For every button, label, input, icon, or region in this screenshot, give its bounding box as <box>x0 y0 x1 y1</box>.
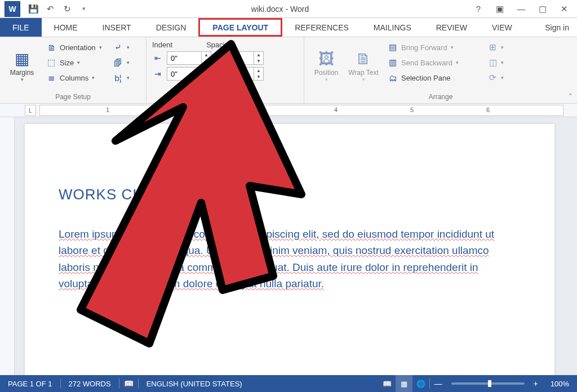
maximize-button[interactable]: ▢ <box>534 3 551 15</box>
status-language[interactable]: ENGLISH (UNITED STATES) <box>139 380 250 388</box>
ruler-mark: 3 <box>258 106 261 113</box>
chevron-down-icon: ▾ <box>501 44 504 50</box>
rotate-button[interactable]: ⟳▾ <box>485 71 507 84</box>
proofing-icon[interactable]: 📖 <box>119 379 138 388</box>
spin-up-icon[interactable]: ▲ <box>202 68 211 74</box>
chevron-down-icon: ▾ <box>127 60 130 65</box>
line-numbers-button[interactable]: 🗐▾ <box>110 56 133 69</box>
bring-forward-label: Bring Forward <box>401 43 447 52</box>
size-button[interactable]: ⬚ Size ▾ <box>43 56 105 69</box>
chevron-down-icon: ▾ <box>362 77 365 82</box>
status-page[interactable]: PAGE 1 OF 1 <box>0 380 60 388</box>
indent-left-input[interactable]: ▲▼ <box>167 51 211 65</box>
send-backward-icon: ▥ <box>388 57 398 68</box>
tab-insert[interactable]: INSERT <box>90 18 144 37</box>
spacing-after-field[interactable] <box>220 68 254 80</box>
zoom-level[interactable]: 100% <box>543 380 577 388</box>
spin-up-icon[interactable]: ▲ <box>202 52 211 58</box>
heading-works-cited[interactable]: WORKS CITED <box>59 186 509 203</box>
tab-home[interactable]: HOME <box>42 18 90 37</box>
tab-selector-icon[interactable]: L <box>25 105 36 116</box>
zoom-slider-thumb[interactable] <box>488 380 491 387</box>
indent-right-field[interactable] <box>167 68 201 80</box>
tab-design[interactable]: DESIGN <box>144 18 199 37</box>
spin-down-icon[interactable]: ▼ <box>254 74 263 80</box>
selection-pane-label: Selection Pane <box>401 74 450 82</box>
tab-page-layout[interactable]: PAGE LAYOUT <box>198 18 282 37</box>
ribbon: ▦ Margins ▾ 🗎 Orientation ▾ ⬚ Size ▾ ≣ C… <box>0 37 577 104</box>
indent-left-field[interactable] <box>167 52 201 64</box>
body-paragraph[interactable]: Lorem ipsum dolor sit amet, consectetur … <box>59 226 509 292</box>
group-label-arrange: Arrange <box>310 91 571 101</box>
position-button[interactable]: 🖼 Position ▾ <box>310 41 343 91</box>
chevron-down-icon: ▾ <box>456 60 459 65</box>
view-read-mode-icon[interactable]: 📖 <box>379 375 396 392</box>
spin-down-icon[interactable]: ▼ <box>202 58 211 64</box>
ribbon-tabs: FILE HOME INSERT DESIGN PAGE LAYOUT REFE… <box>0 18 577 37</box>
save-icon[interactable]: 💾 <box>27 3 39 15</box>
quick-access-toolbar: 💾 ↶ ↻ ▾ <box>27 3 90 15</box>
bring-forward-button[interactable]: ▤ Bring Forward ▾ <box>384 41 480 54</box>
breaks-icon: ⤶ <box>113 42 123 52</box>
wrap-text-button[interactable]: 🗎 Wrap Text ▾ <box>347 41 380 91</box>
group-icon: ◫ <box>488 57 498 68</box>
status-bar: PAGE 1 OF 1 272 WORDS 📖 ENGLISH (UNITED … <box>0 375 577 392</box>
collapse-ribbon-icon[interactable]: ˄ <box>569 92 572 101</box>
chevron-down-icon: ▾ <box>92 75 95 81</box>
ruler-mark: 2 <box>182 106 185 113</box>
ribbon-display-options-icon[interactable]: ▣ <box>491 3 508 15</box>
columns-button[interactable]: ≣ Columns ▾ <box>43 71 105 84</box>
view-print-layout-icon[interactable]: ▦ <box>396 375 412 392</box>
tab-file[interactable]: FILE <box>0 18 42 37</box>
redo-icon[interactable]: ↻ <box>61 3 73 15</box>
margins-button[interactable]: ▦ Margins ▾ <box>6 41 38 91</box>
bring-forward-icon: ▤ <box>388 42 398 52</box>
chevron-down-icon: ▾ <box>127 44 130 50</box>
orientation-button[interactable]: 🗎 Orientation ▾ <box>43 41 105 54</box>
selection-pane-button[interactable]: 🗂 Selection Pane <box>384 71 480 84</box>
spin-down-icon[interactable]: ▼ <box>254 58 263 64</box>
tab-references[interactable]: REFERENCES <box>282 18 361 37</box>
tab-mailings[interactable]: MAILINGS <box>361 18 424 37</box>
ruler-mark: 4 <box>334 106 338 113</box>
ruler-horizontal[interactable]: L 1 2 3 4 5 6 <box>0 104 577 117</box>
spacing-before-input[interactable]: ▲▼ <box>219 51 264 65</box>
word-app-icon: W <box>5 1 20 17</box>
align-button[interactable]: ⊞▾ <box>485 41 507 54</box>
breaks-button[interactable]: ⤶▾ <box>110 41 133 54</box>
send-backward-label: Send Backward <box>401 59 452 67</box>
close-button[interactable]: ✕ <box>556 3 572 15</box>
zoom-in-button[interactable]: + <box>529 379 543 388</box>
hyphenation-button[interactable]: b¦▾ <box>110 71 133 84</box>
tab-review[interactable]: REVIEW <box>424 18 480 37</box>
ruler-mark: 5 <box>410 106 414 113</box>
zoom-out-button[interactable]: — <box>430 379 447 388</box>
columns-icon: ≣ <box>46 73 56 83</box>
orientation-label: Orientation <box>60 43 96 52</box>
undo-icon[interactable]: ↶ <box>44 3 56 15</box>
window-controls: ? ▣ — ▢ ✕ <box>470 3 572 15</box>
position-label: Position <box>314 69 339 77</box>
spacing-before-field[interactable] <box>220 52 254 64</box>
send-backward-button[interactable]: ▥ Send Backward ▾ <box>384 56 480 69</box>
spin-up-icon[interactable]: ▲ <box>254 52 263 58</box>
status-word-count[interactable]: 272 WORDS <box>61 380 119 388</box>
spin-down-icon[interactable]: ▼ <box>202 74 211 80</box>
ruler-scale[interactable]: 1 2 3 4 5 6 <box>39 105 563 116</box>
view-web-layout-icon[interactable]: 🌐 <box>412 375 429 392</box>
sign-in-link[interactable]: Sign in <box>537 18 577 37</box>
minimize-button[interactable]: — <box>513 3 530 15</box>
wrap-text-icon: 🗎 <box>353 49 374 69</box>
indent-right-input[interactable]: ▲▼ <box>167 67 211 81</box>
group-button[interactable]: ◫▾ <box>485 56 507 69</box>
ruler-mark: 6 <box>486 106 490 113</box>
spacing-after-input[interactable]: ▲▼ <box>219 67 264 81</box>
zoom-slider[interactable] <box>451 382 525 385</box>
document-page[interactable]: WORKS CITED Lorem ipsum dolor sit amet, … <box>25 124 554 375</box>
qat-customize-icon[interactable]: ▾ <box>78 3 90 15</box>
chevron-down-icon: ▾ <box>451 44 454 50</box>
spin-up-icon[interactable]: ▲ <box>254 68 263 74</box>
help-button[interactable]: ? <box>470 3 487 15</box>
ruler-vertical[interactable] <box>0 117 15 375</box>
tab-view[interactable]: VIEW <box>480 18 525 37</box>
